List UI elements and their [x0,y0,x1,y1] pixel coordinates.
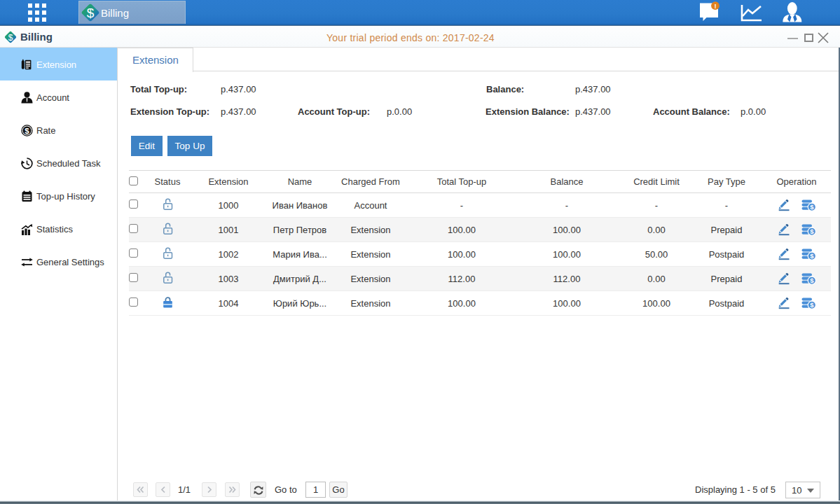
svg-text:$: $ [8,33,13,43]
svg-text:$: $ [25,127,29,135]
svg-text:$: $ [87,6,95,20]
svg-text:!: ! [714,2,716,10]
